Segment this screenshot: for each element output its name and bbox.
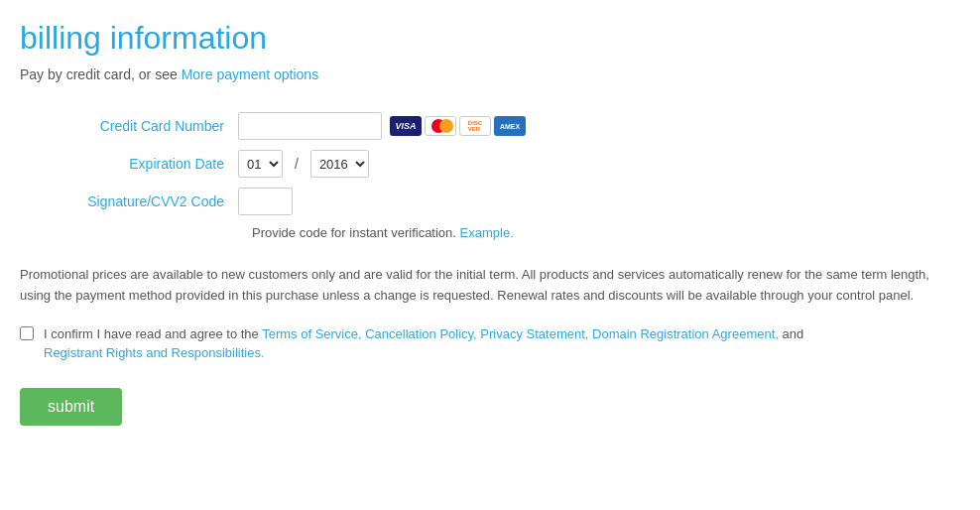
- card-icons: VISA DISCVER AMEX: [390, 116, 526, 136]
- terms-of-service-link[interactable]: Terms of Service,: [262, 326, 361, 341]
- submit-button[interactable]: submit: [20, 388, 122, 426]
- cvv-input[interactable]: [238, 188, 293, 215]
- cvv-row: Signature/CVV2 Code: [20, 188, 960, 215]
- discover-icon: DISCVER: [459, 116, 491, 136]
- cc-number-control: VISA DISCVER AMEX: [238, 112, 526, 140]
- cvv-control: [238, 188, 293, 215]
- billing-form: Credit Card Number VISA DISCVER AMEX Exp…: [20, 112, 960, 240]
- visa-icon: VISA: [390, 116, 422, 136]
- expiration-row: Expiration Date 01 02 03 04 05 06 07 08 …: [20, 150, 960, 178]
- expiry-year-select[interactable]: 2016 2017 2018 2019 2020 2021 2022 2023 …: [310, 150, 369, 178]
- cancellation-policy-link[interactable]: Cancellation Policy,: [362, 326, 477, 341]
- agree-checkbox[interactable]: [20, 326, 34, 340]
- agreement-pre-text: I confirm I have read and agree to the: [44, 326, 262, 341]
- expiration-control: 01 02 03 04 05 06 07 08 09 10 11 12 / 20…: [238, 150, 369, 178]
- registrant-rights-link[interactable]: Registrant Rights and Responsibilities.: [44, 345, 265, 360]
- promo-text: Promotional prices are available to new …: [20, 265, 960, 307]
- expiration-label: Expiration Date: [20, 156, 238, 172]
- mastercard-icon: [425, 116, 456, 136]
- subtitle: Pay by credit card, or see More payment …: [20, 66, 960, 82]
- agreement-text: I confirm I have read and agree to the T…: [44, 324, 803, 363]
- amex-icon: AMEX: [494, 116, 526, 136]
- cc-number-label: Credit Card Number: [20, 118, 238, 134]
- cvv-example-link[interactable]: Example.: [460, 225, 514, 240]
- expiry-separator: /: [295, 156, 299, 172]
- privacy-statement-link[interactable]: Privacy Statement,: [477, 326, 589, 341]
- agreement-row: I confirm I have read and agree to the T…: [20, 324, 960, 363]
- cvv-label: Signature/CVV2 Code: [20, 193, 238, 209]
- cvv-hint: Provide code for instant verification. E…: [238, 225, 960, 240]
- page-title: billing information: [20, 20, 960, 57]
- expiry-month-select[interactable]: 01 02 03 04 05 06 07 08 09 10 11 12: [238, 150, 283, 178]
- subtitle-text: Pay by credit card, or see: [20, 66, 182, 82]
- cc-number-row: Credit Card Number VISA DISCVER AMEX: [20, 112, 960, 140]
- domain-registration-link[interactable]: Domain Registration Agreement,: [588, 326, 778, 341]
- more-payment-options-link[interactable]: More payment options: [182, 66, 319, 82]
- cc-number-input[interactable]: [238, 112, 382, 140]
- cvv-hint-text: Provide code for instant verification.: [252, 225, 456, 240]
